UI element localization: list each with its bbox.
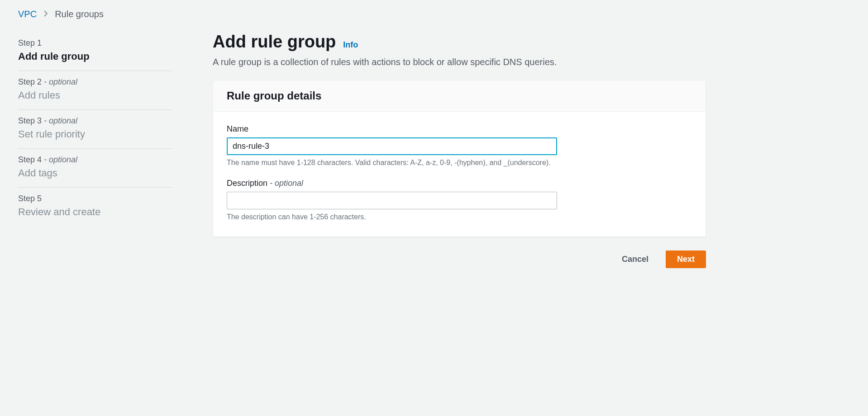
breadcrumb: VPC Rule groups [18, 9, 850, 19]
info-link[interactable]: Info [343, 40, 358, 50]
wizard-step-3: Step 3 - optional Set rule priority [18, 110, 172, 149]
chevron-right-icon [43, 9, 48, 19]
wizard-steps-sidebar: Step 1 Add rule group Step 2 - optional … [18, 32, 172, 268]
step-number: Step 5 [18, 194, 42, 203]
step-title: Review and create [18, 206, 172, 218]
rule-group-details-panel: Rule group details Name The name must ha… [213, 80, 706, 237]
panel-header: Rule group details [213, 80, 706, 112]
step-number: Step 4 [18, 155, 42, 164]
breadcrumb-root-link[interactable]: VPC [18, 9, 37, 19]
description-form-group: Description - optional The description c… [227, 179, 692, 221]
description-hint: The description can have 1-256 character… [227, 213, 692, 221]
step-title: Set rule priority [18, 128, 172, 140]
page-description: A rule group is a collection of rules wi… [213, 57, 706, 67]
name-hint: The name must have 1-128 characters. Val… [227, 159, 692, 167]
step-optional-tag: - optional [42, 116, 77, 125]
wizard-step-4: Step 4 - optional Add tags [18, 149, 172, 188]
optional-tag: - optional [270, 179, 303, 188]
name-label: Name [227, 124, 692, 134]
wizard-step-5: Step 5 Review and create [18, 188, 172, 226]
step-title: Add rule group [18, 51, 172, 62]
step-optional-tag: - optional [42, 77, 77, 86]
wizard-actions: Cancel Next [213, 251, 706, 268]
step-title: Add rules [18, 90, 172, 101]
name-form-group: Name The name must have 1-128 characters… [227, 124, 692, 167]
wizard-step-1: Step 1 Add rule group [18, 32, 172, 71]
main-content: Add rule group Info A rule group is a co… [213, 32, 706, 268]
wizard-step-2: Step 2 - optional Add rules [18, 71, 172, 110]
step-number: Step 3 [18, 116, 42, 125]
step-number: Step 1 [18, 38, 42, 47]
step-number: Step 2 [18, 77, 42, 86]
step-title: Add tags [18, 167, 172, 179]
step-optional-tag: - optional [42, 155, 77, 164]
cancel-button[interactable]: Cancel [611, 251, 659, 268]
panel-heading: Rule group details [227, 90, 692, 102]
name-input[interactable] [227, 137, 557, 155]
description-input[interactable] [227, 192, 557, 209]
next-button[interactable]: Next [666, 251, 706, 268]
description-label: Description - optional [227, 179, 692, 188]
page-title: Add rule group [213, 32, 336, 52]
breadcrumb-current: Rule groups [55, 9, 104, 19]
